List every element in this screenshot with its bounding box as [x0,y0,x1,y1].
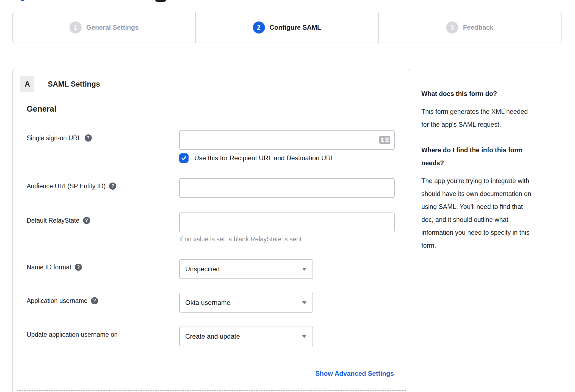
audience-uri-label: Audience URI (SP Entity ID) [27,182,106,190]
relay-state-hint: If no value is set, a blank RelayState i… [179,236,410,243]
stepper-step-feedback[interactable]: 3 Feedback [378,12,561,43]
stepper-step-general-settings[interactable]: 1 General Settings [13,12,195,43]
app-username-row: Application username ? Okta username [27,293,410,313]
sso-url-row: Single sign-on URL ? [27,130,410,163]
cutoff-header-dark-fragment [155,0,166,2]
step-label: General Settings [86,24,139,31]
name-id-format-row: Name ID format ? Unspecified [27,259,410,279]
name-id-format-value: Unspecified [185,265,220,273]
panel-header: A SAML Settings [20,76,410,92]
help-icon[interactable]: ? [85,134,92,142]
chevron-down-icon [302,268,306,271]
chevron-down-icon [302,335,306,338]
update-app-username-value: Create and update [185,333,240,340]
audience-uri-input[interactable] [179,178,395,198]
saml-settings-panel: A SAML Settings General Single sign-on U… [12,69,410,392]
name-id-format-select[interactable]: Unspecified [179,259,313,279]
audience-uri-row: Audience URI (SP Entity ID) ? [27,178,410,198]
app-username-select[interactable]: Okta username [179,293,313,313]
name-id-format-label: Name ID format [27,263,71,271]
advanced-settings-row: Show Advanced Settings [13,370,410,377]
step-number-badge: 3 [446,21,458,34]
help-icon[interactable]: ? [91,297,98,304]
general-section-heading: General [27,104,410,114]
recipient-url-checkbox[interactable] [179,153,189,163]
recipient-url-checkbox-label: Use this for Recipient URL and Destinati… [194,154,335,162]
step-label: Feedback [463,24,493,31]
update-app-username-row: Update application username on Create an… [27,327,410,346]
recipient-url-checkbox-row: Use this for Recipient URL and Destinati… [179,153,410,163]
cutoff-header-blue-fragment [21,0,24,1]
step-number-badge: 2 [253,21,265,34]
help-question-1: What does this form do? [421,87,563,100]
help-answer-1: This form generates the XML needed for t… [421,105,563,131]
app-username-value: Okta username [185,299,230,307]
update-app-username-label: Update application username on [27,330,118,339]
show-advanced-settings-link[interactable]: Show Advanced Settings [315,370,394,377]
app-username-label: Application username [27,297,87,305]
help-question-2: Where do I find the info this form needs… [421,144,563,170]
relay-state-input[interactable] [179,212,395,232]
help-icon[interactable]: ? [75,264,82,271]
help-icon[interactable]: ? [109,183,116,190]
sso-url-input[interactable] [179,130,395,150]
step-label: Configure SAML [270,24,321,31]
stepper-step-configure-saml[interactable]: 2 Configure SAML [195,12,378,43]
relay-state-label: Default RelayState [27,216,79,225]
sso-url-label: Single sign-on URL [27,134,81,142]
update-app-username-select[interactable]: Create and update [179,327,313,346]
chevron-down-icon [302,301,306,304]
section-dashed-divider [17,390,406,391]
contact-card-icon[interactable] [379,136,390,144]
wizard-stepper: 1 General Settings 2 Configure SAML 3 Fe… [12,12,562,43]
relay-state-row: Default RelayState ? If no value is set,… [27,212,410,243]
section-a-badge: A [20,76,34,92]
help-sidebar: What does this form do? This form genera… [421,87,563,252]
panel-title: SAML Settings [48,80,100,89]
help-answer-2: The app you're trying to integrate with … [421,175,563,252]
help-icon[interactable]: ? [83,217,90,224]
saml-form: Single sign-on URL ? [13,130,410,391]
step-number-badge: 1 [70,21,82,34]
